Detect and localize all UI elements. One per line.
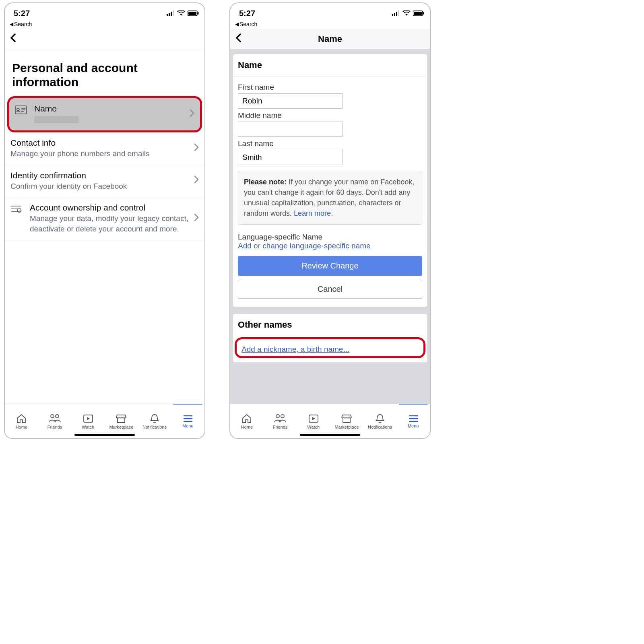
row-contact-info[interactable]: Contact info Manage your phone numbers a… [5, 132, 204, 165]
battery-icon [413, 10, 424, 16]
breadcrumb[interactable]: ◀ Search [230, 21, 430, 29]
tab-bar: Home Friends Watch Marketplace Notificat… [230, 404, 430, 438]
breadcrumb[interactable]: ◀ Search [5, 21, 204, 29]
tab-label: Watch [82, 425, 94, 429]
svg-point-29 [276, 415, 279, 418]
marketplace-icon [341, 413, 352, 424]
tab-home[interactable]: Home [230, 404, 264, 438]
svg-rect-5 [188, 12, 196, 15]
tab-label: Friends [273, 425, 288, 429]
row-ownership-sub: Manage your data, modify your legacy con… [30, 213, 188, 234]
svg-rect-1 [169, 13, 170, 16]
first-name-input[interactable] [238, 93, 343, 109]
tab-menu[interactable]: Menu [396, 404, 430, 438]
first-name-label: First name [238, 83, 422, 92]
highlight-box: Add a nickname, a birth name... [235, 337, 425, 358]
watch-icon [83, 413, 94, 424]
lang-title: Language-specific Name [238, 233, 422, 242]
watch-icon [308, 413, 319, 424]
row-ownership-title: Account ownership and control [30, 203, 188, 213]
row-contact-title: Contact info [10, 138, 188, 148]
wifi-icon [402, 10, 411, 16]
row-identity-sub: Confirm your identity on Facebook [10, 181, 188, 192]
row-contact-sub: Manage your phone numbers and emails [10, 149, 188, 159]
tab-label: Home [16, 425, 27, 429]
last-name-input[interactable] [238, 150, 343, 165]
middle-name-label: Middle name [238, 111, 422, 120]
review-change-button[interactable]: Review Change [238, 256, 422, 276]
other-names-title: Other names [233, 314, 427, 336]
cancel-button[interactable]: Cancel [238, 280, 422, 299]
status-indicators [167, 10, 199, 16]
tab-home[interactable]: Home [5, 404, 38, 438]
name-card: Name First name Middle name Last name Pl… [233, 54, 427, 307]
last-name-label: Last name [238, 139, 422, 148]
wifi-icon [177, 10, 185, 16]
nav-header: Name [230, 29, 430, 49]
friends-icon [274, 413, 287, 424]
tab-label: Menu [182, 423, 194, 428]
name-card-title: Name [233, 54, 427, 76]
tab-label: Marketplace [334, 425, 359, 429]
home-icon [241, 413, 252, 424]
cellular-icon [167, 10, 175, 16]
learn-more-link[interactable]: Learn more [294, 209, 331, 217]
breadcrumb-label: Search [14, 21, 32, 27]
scroll-area[interactable]: Name First name Middle name Last name Pl… [230, 49, 430, 404]
tab-notifications[interactable]: Notifications [138, 404, 171, 438]
menu-icon [408, 415, 419, 423]
svg-point-17 [56, 415, 59, 418]
svg-point-16 [51, 415, 54, 418]
bell-icon [149, 413, 160, 424]
tab-label: Home [241, 425, 253, 429]
id-card-icon [15, 104, 29, 116]
menu-icon [183, 415, 193, 423]
svg-rect-23 [394, 13, 395, 16]
tab-watch[interactable]: Watch [297, 404, 330, 438]
svg-rect-3 [173, 10, 174, 16]
tab-watch[interactable]: Watch [71, 404, 105, 438]
row-identity[interactable]: Identity confirmation Confirm your ident… [5, 165, 204, 198]
battery-icon [188, 10, 199, 16]
chevron-right-icon [194, 175, 199, 186]
back-triangle-icon: ◀ [10, 21, 13, 27]
tab-friends[interactable]: Friends [264, 404, 297, 438]
svg-rect-6 [198, 12, 199, 14]
tab-label: Friends [47, 425, 62, 429]
phone-screen-name-edit: 5:27 ◀ Search Name Name First name Middl… [229, 2, 431, 439]
redacted-name [34, 116, 78, 123]
back-triangle-icon: ◀ [235, 21, 239, 27]
status-bar: 5:27 [5, 3, 204, 21]
add-other-name-link[interactable]: Add a nickname, a birth name... [237, 339, 423, 356]
home-icon [16, 413, 27, 424]
tab-notifications[interactable]: Notifications [363, 404, 397, 438]
tab-marketplace[interactable]: Marketplace [330, 404, 363, 438]
svg-rect-0 [167, 14, 168, 16]
home-indicator[interactable] [300, 434, 360, 436]
breadcrumb-label: Search [239, 21, 257, 27]
home-indicator[interactable] [74, 434, 135, 436]
lang-link[interactable]: Add or change language-specific name [238, 242, 371, 250]
tab-menu[interactable]: Menu [171, 404, 204, 438]
note-box: Please note: If you change your name on … [238, 171, 422, 225]
svg-rect-24 [396, 12, 397, 16]
cellular-icon [392, 10, 400, 16]
tab-label: Menu [408, 423, 419, 428]
tab-friends[interactable]: Friends [38, 404, 72, 438]
nav-header [5, 29, 204, 49]
status-time: 5:27 [14, 9, 30, 18]
middle-name-input[interactable] [238, 122, 343, 137]
svg-point-30 [281, 415, 284, 418]
svg-point-8 [17, 108, 19, 111]
marketplace-icon [116, 413, 127, 424]
note-bold: Please note: [244, 178, 287, 186]
tab-marketplace[interactable]: Marketplace [105, 404, 138, 438]
row-name[interactable]: Name [7, 96, 202, 132]
row-ownership[interactable]: Account ownership and control Manage you… [5, 197, 204, 240]
svg-rect-2 [171, 12, 172, 16]
back-button[interactable] [10, 33, 17, 45]
svg-rect-28 [423, 12, 424, 14]
status-indicators [392, 10, 424, 16]
status-time: 5:27 [239, 9, 255, 18]
chevron-right-icon [194, 143, 199, 154]
